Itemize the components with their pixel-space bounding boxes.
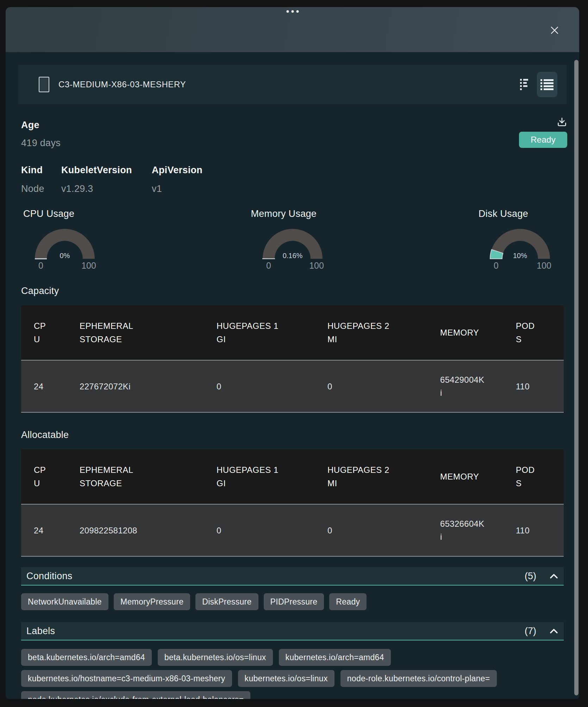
age-label: Age xyxy=(21,120,61,131)
chip[interactable]: node.kubernetes.io/exclude-from-external… xyxy=(21,691,250,699)
labels-collapse-button[interactable] xyxy=(549,627,559,635)
gauge-percent-label: 10% xyxy=(513,252,527,259)
gauge-percent-label: 0% xyxy=(60,252,70,259)
scrollbar-thumb[interactable] xyxy=(574,60,578,695)
table-cell: 209822581208 xyxy=(63,504,201,556)
labels-count: (7) xyxy=(525,626,536,637)
detailed-list-icon xyxy=(540,79,554,90)
gauge-disk-usage: Disk Usage 10% 0 100 xyxy=(478,208,562,271)
allocatable-title: Allocatable xyxy=(21,430,564,440)
chip[interactable]: NetworkUnavailable xyxy=(21,593,108,610)
gauge-chart: 0.16% 0 100 xyxy=(250,225,335,271)
table-header-row: CPUEPHEMERAL STORAGEHUGEPAGES 1 GIHUGEPA… xyxy=(21,305,564,360)
field-label: KubeletVersion xyxy=(61,165,152,176)
chevron-up-icon xyxy=(549,572,559,580)
table-cell: 227672072Ki xyxy=(63,360,201,412)
status-badge: Ready xyxy=(519,132,567,148)
scrollbar-track[interactable] xyxy=(574,59,578,697)
column-header: PODS xyxy=(500,449,564,504)
gauge-min-label: 0 xyxy=(266,261,271,270)
chip[interactable]: DiskPressure xyxy=(195,593,258,610)
field-kind: KindNode xyxy=(21,165,61,194)
chip[interactable]: Ready xyxy=(329,593,367,610)
page-background: { "modal": { "drag_handle": "three-dots"… xyxy=(0,0,588,707)
drag-handle-dots-icon[interactable] xyxy=(286,10,299,13)
table-cell: 24 xyxy=(21,360,63,412)
column-header: EPHEMERAL STORAGE xyxy=(63,449,201,504)
gauge-min-label: 0 xyxy=(494,261,499,270)
gauge-min-label: 0 xyxy=(38,261,43,270)
field-value: v1 xyxy=(152,183,202,194)
view-toggle-group xyxy=(520,72,557,97)
chip[interactable]: beta.kubernetes.io/arch=amd64 xyxy=(21,649,152,666)
column-header: PODS xyxy=(500,305,564,360)
column-header: HUGEPAGES 2 MI xyxy=(312,305,423,360)
field-label: ApiVersion xyxy=(152,165,202,176)
node-details-modal: C3-MEDIUM-X86-03-MESHERY xyxy=(6,7,579,699)
node-checkbox[interactable] xyxy=(39,77,49,92)
field-label: Kind xyxy=(21,165,61,176)
table-cell: 24 xyxy=(21,504,63,556)
modal-content: C3-MEDIUM-X86-03-MESHERY xyxy=(6,52,579,699)
table-cell: 0 xyxy=(312,360,423,412)
gauge-memory-usage: Memory Usage 0.16% 0 100 xyxy=(250,208,335,271)
table-row: 242098225812080065326604Ki110 xyxy=(21,504,564,556)
compact-list-icon xyxy=(520,78,529,91)
gauges-row: CPU Usage 0% 0 100 Memory Usage 0.16% 0 … xyxy=(21,208,564,271)
chevron-up-icon xyxy=(549,627,559,635)
compact-view-button[interactable] xyxy=(520,78,529,91)
labels-header: Labels (7) xyxy=(21,622,564,640)
gauge-cpu-usage: CPU Usage 0% 0 100 xyxy=(23,208,107,271)
table-cell: 0 xyxy=(201,360,312,412)
node-title: C3-MEDIUM-X86-03-MESHERY xyxy=(58,80,186,89)
column-header: CPU xyxy=(21,449,63,504)
field-value: v1.29.3 xyxy=(61,183,152,194)
download-button[interactable] xyxy=(557,117,567,127)
chip[interactable]: PIDPressure xyxy=(264,593,324,610)
capacity-title: Capacity xyxy=(21,286,564,296)
gauge-title: Memory Usage xyxy=(250,208,335,219)
gauge-max-label: 100 xyxy=(309,261,324,270)
field-value: Node xyxy=(21,183,61,194)
age-status-row: Age 419 days Ready xyxy=(21,120,564,149)
conditions-chips: NetworkUnavailableMemoryPressureDiskPres… xyxy=(21,593,564,610)
chip[interactable]: beta.kubernetes.io/os=linux xyxy=(158,649,273,666)
gauge-max-label: 100 xyxy=(81,261,96,270)
conditions-collapse-button[interactable] xyxy=(549,572,559,580)
gauge-percent-label: 0.16% xyxy=(282,252,302,259)
detailed-view-button[interactable] xyxy=(537,72,557,97)
chip[interactable]: kubernetes.io/hostname=c3-medium-x86-03-… xyxy=(21,670,232,687)
table-cell: 110 xyxy=(500,360,564,412)
chip[interactable]: kubernetes.io/os=linux xyxy=(238,670,334,687)
kind-fields: KindNodeKubeletVersionv1.29.3ApiVersionv… xyxy=(21,165,564,194)
age-value: 419 days xyxy=(21,138,61,149)
node-card-header: C3-MEDIUM-X86-03-MESHERY xyxy=(18,65,567,104)
column-header: CPU xyxy=(21,305,63,360)
chip[interactable]: kubernetes.io/arch=amd64 xyxy=(279,649,391,666)
field-kubeletversion: KubeletVersionv1.29.3 xyxy=(61,165,152,194)
chip[interactable]: node-role.kubernetes.io/control-plane= xyxy=(340,670,497,687)
field-apiversion: ApiVersionv1 xyxy=(152,165,202,194)
conditions-title: Conditions xyxy=(26,571,73,582)
labels-title: Labels xyxy=(26,626,55,637)
close-icon xyxy=(549,25,560,36)
table-row: 24227672072Ki0065429004Ki110 xyxy=(21,360,564,412)
table-cell: 65429004Ki xyxy=(423,360,500,412)
column-header: HUGEPAGES 1 GI xyxy=(201,449,312,504)
table-cell: 65326604Ki xyxy=(423,504,500,556)
gauge-chart: 0% 0 100 xyxy=(23,225,107,271)
close-button[interactable] xyxy=(548,24,561,37)
column-header: EPHEMERAL STORAGE xyxy=(63,305,201,360)
column-header: HUGEPAGES 2 MI xyxy=(312,449,423,504)
capacity-table: CPUEPHEMERAL STORAGEHUGEPAGES 1 GIHUGEPA… xyxy=(21,305,564,413)
column-header: HUGEPAGES 1 GI xyxy=(201,305,312,360)
table-cell: 110 xyxy=(500,504,564,556)
labels-chips: beta.kubernetes.io/arch=amd64beta.kubern… xyxy=(21,649,564,699)
gauge-chart: 10% 0 100 xyxy=(478,225,562,271)
table-cell: 0 xyxy=(312,504,423,556)
chip[interactable]: MemoryPressure xyxy=(114,593,190,610)
table-header-row: CPUEPHEMERAL STORAGEHUGEPAGES 1 GIHUGEPA… xyxy=(21,449,564,504)
download-icon xyxy=(557,117,567,127)
gauge-title: CPU Usage xyxy=(23,208,107,219)
modal-title-bar xyxy=(6,7,579,52)
